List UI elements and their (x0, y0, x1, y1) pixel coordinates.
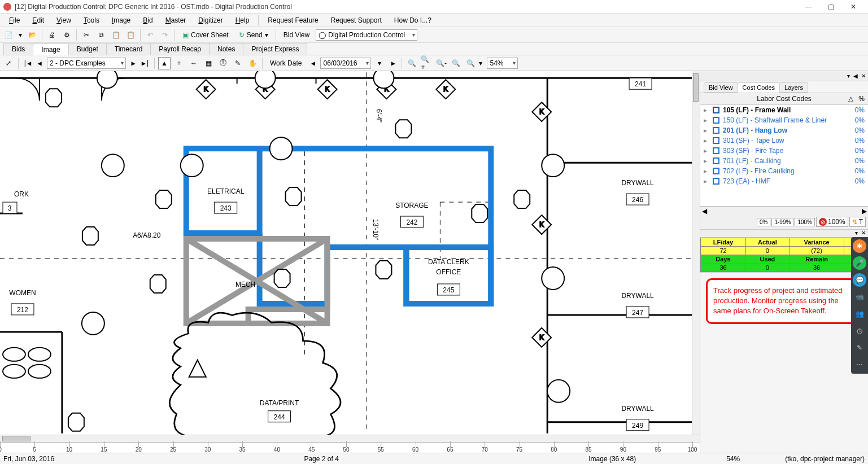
float-more-icon[interactable]: ⋯ (853, 358, 866, 371)
paste2-icon[interactable]: 📋 (124, 29, 137, 41)
menu-master[interactable]: Master (160, 15, 192, 25)
tab-image[interactable]: Image (33, 43, 68, 55)
zoom-fit-icon[interactable]: 🔍 (405, 57, 418, 69)
tab-notes[interactable]: Notes (209, 43, 243, 55)
menu-tools[interactable]: Tools (78, 15, 105, 25)
cost-code-row[interactable]: ▸702 (LF) - Fire Caulking0% (700, 166, 868, 176)
date-prev-button[interactable]: ◀ (308, 57, 318, 69)
metrics-close-icon[interactable]: ✕ (861, 230, 866, 237)
hand-icon[interactable]: ✋ (246, 57, 259, 69)
work-date-input[interactable]: 06/03/2016 (320, 58, 371, 69)
menu-request-feature[interactable]: Request Feature (262, 15, 324, 25)
float-video-icon[interactable]: 📹 (853, 290, 866, 304)
menu-image[interactable]: Image (106, 15, 136, 25)
panel-prev-icon[interactable]: ◀ (853, 73, 858, 79)
tab-project-express[interactable]: Project Express (243, 43, 307, 55)
float-settings-icon[interactable]: ✱ (853, 239, 866, 253)
expand-icon[interactable]: ⤢ (2, 57, 15, 69)
print-icon[interactable]: 🖨 (46, 29, 58, 41)
svg-text:D: D (278, 147, 283, 155)
mode-combo[interactable]: ◯Digital Production Control (316, 29, 417, 41)
zoom-in-icon[interactable]: 🔍+ (420, 57, 433, 69)
tab-timecard[interactable]: Timecard (106, 43, 151, 55)
horizontal-scrollbar[interactable] (0, 435, 700, 443)
side-tab-layers[interactable]: Layers (779, 82, 808, 93)
menu-view[interactable]: View (51, 15, 77, 25)
redo-icon[interactable]: ↷ (159, 29, 171, 41)
metrics-menu-icon[interactable]: ▾ (855, 230, 858, 237)
cost-code-row[interactable]: ▸723 (EA) - HMF0% (700, 176, 868, 186)
copy-icon[interactable]: ⧉ (95, 29, 107, 41)
zoom-out-icon[interactable]: 🔍- (435, 57, 447, 69)
svg-point-135 (28, 365, 51, 378)
tab-bids[interactable]: Bids (3, 43, 33, 55)
float-clock-icon[interactable]: ◷ (853, 324, 866, 338)
date-next-button[interactable]: ▶ (388, 57, 398, 69)
text-icon[interactable]: Ⓣ (217, 57, 229, 69)
floorplan-drawing[interactable]: 1 K K K K K K K (0, 71, 692, 435)
zoom-combo[interactable]: 54% (487, 58, 518, 69)
note-icon[interactable]: ✎ (232, 57, 244, 69)
area-icon[interactable]: ▦ (202, 57, 215, 69)
menu-edit[interactable]: Edit (27, 15, 50, 25)
tab-budget[interactable]: Budget (68, 43, 107, 55)
menu-request-support[interactable]: Request Support (325, 15, 387, 25)
menu-how-do-i[interactable]: How Do I...? (389, 15, 437, 25)
cost-code-row[interactable]: ▸105 (LF) - Frame Wall0% (700, 105, 868, 115)
prev-page-button[interactable]: ◀ (34, 57, 45, 69)
float-mic-icon[interactable]: 🎤 (853, 256, 866, 270)
menu-digitizer[interactable]: Digitizer (193, 15, 228, 25)
last-page-button[interactable]: ▶| (141, 57, 151, 69)
filter-t[interactable]: ↯T (849, 217, 866, 227)
filter-1-99[interactable]: 1-99% (771, 218, 793, 226)
paste-icon[interactable]: 📋 (110, 29, 122, 41)
cost-code-row[interactable]: ▸701 (LF) - Caulking0% (700, 156, 868, 166)
examples-combo[interactable]: 2 - DPC Examples (47, 58, 126, 69)
cost-code-row[interactable]: ▸201 (LF) - Hang Low0% (700, 125, 868, 135)
measure-icon[interactable]: ↔ (187, 57, 200, 69)
maximize-button[interactable]: ▢ (819, 0, 842, 14)
float-pen-icon[interactable]: ✎ (853, 341, 866, 354)
filter-0[interactable]: 0% (757, 218, 770, 226)
hscroll-left-icon[interactable]: ◀ (700, 207, 708, 215)
side-tab-cost-codes[interactable]: Cost Codes (738, 82, 780, 93)
cut-icon[interactable]: ✂ (80, 29, 93, 41)
panel-close-icon[interactable]: ✕ (861, 73, 866, 79)
minimize-button[interactable]: — (797, 0, 819, 14)
send-button[interactable]: ↻Send ▾ (235, 29, 272, 41)
cost-code-row[interactable]: ▸303 (SF) - Fire Tape0% (700, 146, 868, 156)
side-tab-bid-view[interactable]: Bid View (704, 82, 738, 93)
bid-view-button[interactable]: Bid View (280, 29, 313, 41)
undo-icon[interactable]: ↶ (144, 29, 156, 41)
float-users-icon[interactable]: 👥 (853, 307, 866, 321)
cost-codes-header[interactable]: Labor Cost Codes △ % (700, 93, 868, 105)
sub-tabs: Bids Image Budget Timecard Payroll Recap… (0, 43, 868, 55)
cost-code-row[interactable]: ▸301 (SF) - Tape Low0% (700, 135, 868, 146)
open-icon[interactable]: 📂 (26, 29, 38, 41)
new-icon[interactable]: 📄 (2, 29, 15, 41)
tab-payroll-recap[interactable]: Payroll Recap (150, 43, 210, 55)
zoom-window-icon[interactable]: 🔍 (450, 57, 462, 69)
status-date: Fri, Jun 03, 2016 (3, 455, 54, 463)
float-chat-icon[interactable]: 💬 (853, 273, 866, 287)
sort-icon[interactable]: △ (848, 95, 853, 103)
menu-file[interactable]: File (3, 15, 25, 25)
close-button[interactable]: ✕ (842, 0, 865, 14)
calendar-icon[interactable]: ▾ (373, 57, 386, 69)
cover-sheet-button[interactable]: ▣Cover Sheet (178, 29, 233, 41)
pointer-icon[interactable]: ▲ (158, 57, 171, 69)
zoom-100-icon[interactable]: 🔍 (464, 57, 477, 69)
filter-100[interactable]: 100% (795, 218, 815, 226)
menu-help[interactable]: Help (230, 15, 255, 25)
cost-code-row[interactable]: ▸150 (LF) - Shaftwall Frame & Liner0% (700, 115, 868, 125)
first-page-button[interactable]: |◀ (22, 57, 32, 69)
filter-stop[interactable]: ⊘100% (816, 217, 848, 227)
panel-menu-icon[interactable]: ▾ (847, 73, 850, 79)
dropdown-icon[interactable]: ▾ (17, 29, 24, 41)
next-page-button[interactable]: ▶ (128, 57, 138, 69)
hscroll-right-icon[interactable]: ▶ (860, 207, 868, 215)
menu-bid[interactable]: Bid (137, 15, 158, 25)
vertical-scrollbar[interactable] (692, 71, 700, 435)
settings-icon[interactable]: ⚙ (60, 29, 73, 41)
crosshair-icon[interactable]: ＋ (173, 57, 185, 69)
